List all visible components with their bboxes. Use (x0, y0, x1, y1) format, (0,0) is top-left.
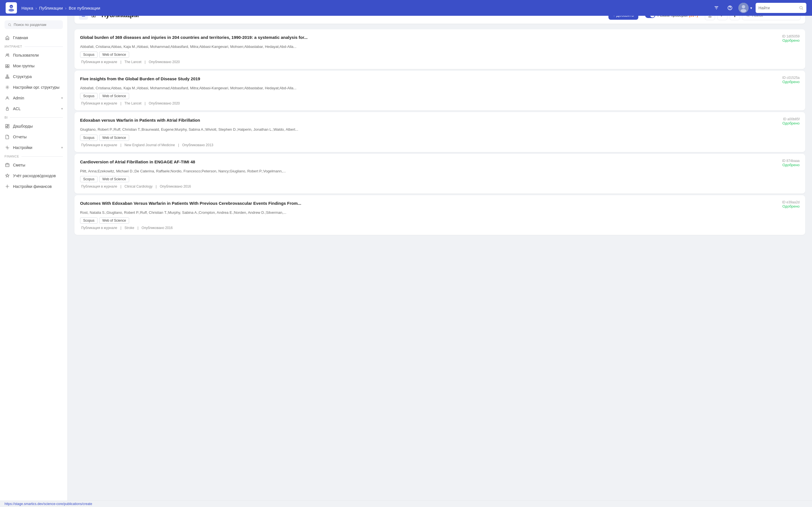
breadcrumb-sep-2: › (65, 6, 66, 10)
pub-tags: ScopusWeb of Science (80, 217, 800, 224)
publications-list: Global burden of 369 diseases and injuri… (74, 29, 805, 236)
breadcrumb-all-publications[interactable]: Все публикации (69, 6, 100, 10)
publication-card[interactable]: Cardioversion of Atrial Fibrillation in … (74, 154, 805, 193)
svg-point-29 (7, 97, 8, 98)
pub-title: Outcomes With Edoxaban Versus Warfarin i… (80, 200, 777, 206)
publication-card[interactable]: Edoxaban versus Warfarin in Patients wit… (74, 112, 805, 152)
svg-point-5 (730, 9, 730, 9)
sidebar-search-input[interactable] (13, 22, 59, 27)
sidebar-section-intranet: ИНТРАНЕТ (0, 43, 67, 50)
svg-rect-19 (7, 75, 8, 76)
sidebar-item-expenses[interactable]: Учёт расходов/доходов (0, 170, 67, 181)
pub-meta-right: ID e39aa2d Одобрено (782, 200, 800, 209)
pub-authors: Abbafati, Cristiana;Abbas, Kaja M.;Abbas… (80, 86, 800, 91)
pub-authors: Plitt, Anna;Ezekowitz, Michael D.;De Cat… (80, 169, 800, 174)
pub-tags: ScopusWeb of Science (80, 93, 800, 99)
finance-settings-icon (4, 184, 10, 189)
pub-meta-info: Публикация в журнале | Stroke | Опублико… (80, 226, 800, 230)
user-avatar-button[interactable]: ▾ (739, 3, 752, 13)
acl-expand-icon: ▾ (61, 107, 63, 111)
breadcrumb-nauka[interactable]: Наука (21, 6, 33, 10)
breadcrumb-sep-1: › (36, 6, 37, 10)
tag: Scopus (80, 52, 98, 58)
pub-authors: Giugliano, Robert P.;Ruff, Christian T.;… (80, 127, 800, 132)
pub-journal: Stroke (124, 226, 135, 230)
sidebar-item-acl[interactable]: ACL ▾ (0, 103, 67, 114)
pub-meta-info: Публикация в журнале | The Lancet | Опуб… (80, 60, 800, 64)
sidebar-item-my-groups[interactable]: Мои группы (0, 61, 67, 71)
sidebar-item-structure[interactable]: Структура (0, 71, 67, 82)
reports-icon (4, 134, 10, 140)
sidebar-item-bi-settings[interactable]: Настройки ▾ (0, 142, 67, 153)
settings-icon (4, 145, 10, 151)
logo[interactable]: SE (6, 2, 17, 13)
tag: Web of Science (99, 176, 129, 182)
acl-icon (4, 106, 10, 112)
pub-type: Публикация в журнале (81, 60, 117, 64)
nav-search-input[interactable] (758, 6, 797, 10)
svg-point-13 (6, 54, 8, 55)
pub-header: Outcomes With Edoxaban Versus Warfarin i… (80, 200, 800, 209)
svg-rect-17 (6, 66, 7, 68)
pub-meta-sep-1: | (120, 226, 121, 230)
logo-icon: SE (6, 2, 17, 13)
pub-meta-sep-2: | (138, 226, 139, 230)
sidebar-item-budget[interactable]: Сметы (0, 160, 67, 170)
sidebar-item-admin[interactable]: Admin ▾ (0, 93, 67, 103)
finance-settings-label: Настройки финансов (13, 184, 63, 189)
bi-settings-expand-icon: ▾ (61, 146, 63, 150)
breadcrumb-publications[interactable]: Публикации (39, 6, 63, 10)
publication-card[interactable]: Five insights from the Global Burden of … (74, 71, 805, 110)
pub-journal: The Lancet (124, 101, 142, 105)
svg-rect-34 (6, 127, 7, 128)
filters-button[interactable] (711, 3, 721, 13)
expenses-icon (4, 173, 10, 179)
pub-year: Опубликовано 2020 (149, 60, 180, 64)
svg-point-35 (7, 147, 8, 149)
svg-rect-30 (6, 108, 8, 110)
pub-authors: Rost, Natalia S.;Giugliano, Robert P.;Ru… (80, 210, 800, 215)
pub-id: ID e39aa2d (782, 200, 800, 204)
pub-status: Одобрено (782, 80, 800, 84)
tag: Web of Science (99, 93, 129, 99)
pub-tags: ScopusWeb of Science (80, 176, 800, 182)
pub-meta-right: ID a00b85f Одобрено (782, 117, 800, 125)
pub-title: Edoxaban versus Warfarin in Patients wit… (80, 117, 778, 123)
sidebar-item-users[interactable]: Пользователи (0, 50, 67, 61)
pub-year: Опубликовано 2013 (182, 143, 213, 147)
pub-journal: New England Journal of Medicine (124, 143, 175, 147)
tag: Scopus (80, 135, 98, 141)
pub-type: Публикация в журнале (81, 226, 117, 230)
search-icon (799, 5, 804, 10)
pub-meta-sep-1: | (120, 60, 121, 64)
pub-meta-sep-2: | (178, 143, 179, 147)
svg-line-52 (748, 16, 749, 17)
sidebar-item-home[interactable]: Главная (0, 33, 67, 43)
pub-tags: ScopusWeb of Science (80, 135, 800, 141)
sidebar-item-reports[interactable]: Отчеты (0, 131, 67, 142)
sidebar-item-dashboards[interactable]: Дашборды (0, 121, 67, 131)
settings-org-icon (4, 84, 10, 90)
publication-card[interactable]: Outcomes With Edoxaban Versus Warfarin i… (74, 195, 805, 235)
top-navigation: SE Наука › Публикации › Все публикации (0, 0, 812, 16)
dashboard-icon (4, 123, 10, 129)
admin-icon (4, 95, 10, 101)
home-icon (4, 35, 10, 41)
groups-icon (4, 63, 10, 69)
pub-id: ID a00b85f (782, 117, 800, 121)
sidebar-item-org-settings[interactable]: Настройки орг. структуры (0, 82, 67, 93)
users-icon (4, 52, 10, 58)
svg-point-9 (800, 6, 802, 9)
pub-meta-info: Публикация в журнале | Clinical Cardiolo… (80, 184, 800, 188)
publication-card[interactable]: Global burden of 369 diseases and injuri… (74, 29, 805, 69)
help-button[interactable] (725, 3, 735, 13)
tag: Web of Science (99, 52, 129, 58)
admin-expand-icon: ▾ (61, 96, 63, 100)
sidebar-search-container (0, 20, 67, 33)
pub-meta-sep-2: | (145, 60, 146, 64)
sidebar-item-finance-settings[interactable]: Настройки финансов (0, 181, 67, 192)
pub-meta-right: ID c01525a Одобрено (782, 76, 800, 84)
pub-title: Five insights from the Global Burden of … (80, 76, 778, 82)
pub-meta-right: ID 1d05059 Одобрено (782, 34, 800, 43)
svg-point-2 (8, 9, 14, 11)
